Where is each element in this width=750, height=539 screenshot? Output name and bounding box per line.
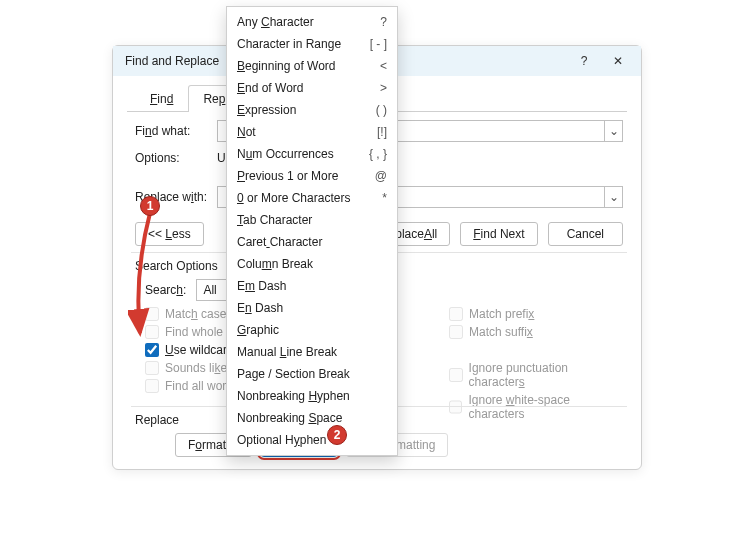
menu-item[interactable]: Em Dash	[227, 275, 397, 297]
options-label: Options:	[135, 151, 217, 165]
find-what-label: Find what:	[135, 124, 217, 138]
cancel-button[interactable]: Cancel	[548, 222, 623, 246]
menu-item-code: [ - ]	[370, 37, 387, 51]
find-next-button[interactable]: Find Next	[460, 222, 537, 246]
match-suffix-checkbox: Match suffix	[449, 325, 623, 339]
menu-item[interactable]: Character in Range[ - ]	[227, 33, 397, 55]
menu-item[interactable]: 0 or More Characters*	[227, 187, 397, 209]
menu-item-label: Nonbreaking Hyphen	[237, 389, 387, 403]
menu-item[interactable]: Previous 1 or More@	[227, 165, 397, 187]
menu-item-label: Character in Range	[237, 37, 370, 51]
menu-item-code: @	[375, 169, 387, 183]
menu-item-label: Graphic	[237, 323, 387, 337]
menu-item-label: Not	[237, 125, 377, 139]
menu-item[interactable]: Num Occurrences{ , }	[227, 143, 397, 165]
menu-item[interactable]: Expression( )	[227, 99, 397, 121]
menu-item-label: En Dash	[237, 301, 387, 315]
chevron-down-icon[interactable]: ⌄	[604, 121, 622, 141]
help-button[interactable]: ?	[567, 49, 601, 73]
menu-item[interactable]: Graphic	[227, 319, 397, 341]
menu-item-label: End of Word	[237, 81, 380, 95]
annotation-callout-1: 1	[140, 196, 160, 216]
menu-item-label: Previous 1 or More	[237, 169, 375, 183]
annotation-arrow-1	[128, 205, 168, 345]
menu-item[interactable]: Page / Section Break	[227, 363, 397, 385]
menu-item-code: { , }	[369, 147, 387, 161]
menu-item-label: Em Dash	[237, 279, 387, 293]
menu-item-code: >	[380, 81, 387, 95]
menu-item-label: Caret Character	[237, 235, 387, 249]
tab-find[interactable]: Find	[135, 85, 188, 112]
annotation-callout-2: 2	[327, 425, 347, 445]
menu-item-label: Optional Hyphen	[237, 433, 387, 447]
chevron-down-icon[interactable]: ⌄	[604, 187, 622, 207]
menu-item-label: Beginning of Word	[237, 59, 380, 73]
menu-item[interactable]: Nonbreaking Hyphen	[227, 385, 397, 407]
menu-item-code: [!]	[377, 125, 387, 139]
menu-item[interactable]: Manual Line Break	[227, 341, 397, 363]
menu-item-label: 0 or More Characters	[237, 191, 382, 205]
menu-item-label: Manual Line Break	[237, 345, 387, 359]
menu-item[interactable]: Beginning of Word<	[227, 55, 397, 77]
menu-item-label: Page / Section Break	[237, 367, 387, 381]
menu-item-label: Any Character	[237, 15, 380, 29]
menu-item[interactable]: Column Break	[227, 253, 397, 275]
menu-item-label: Num Occurrences	[237, 147, 369, 161]
menu-item-code: ( )	[376, 103, 387, 117]
ignore-punct-checkbox: Ignore punctuation characters	[449, 361, 623, 389]
menu-item-code: <	[380, 59, 387, 73]
menu-item[interactable]: End of Word>	[227, 77, 397, 99]
menu-item[interactable]: Caret Character	[227, 231, 397, 253]
menu-item[interactable]: Tab Character	[227, 209, 397, 231]
menu-item-code: *	[382, 191, 387, 205]
menu-item-code: ?	[380, 15, 387, 29]
menu-item[interactable]: Any Character?	[227, 11, 397, 33]
menu-item-label: Nonbreaking Space	[237, 411, 387, 425]
menu-item-label: Expression	[237, 103, 376, 117]
menu-item[interactable]: Not[!]	[227, 121, 397, 143]
menu-item[interactable]: Nonbreaking Space	[227, 407, 397, 429]
close-button[interactable]: ✕	[601, 49, 635, 73]
match-prefix-checkbox: Match prefix	[449, 307, 623, 321]
menu-item[interactable]: Optional Hyphen	[227, 429, 397, 451]
menu-item[interactable]: En Dash	[227, 297, 397, 319]
search-direction-value: All	[203, 283, 216, 297]
special-characters-menu: Any Character?Character in Range[ - ]Beg…	[226, 6, 398, 456]
menu-item-label: Tab Character	[237, 213, 387, 227]
menu-item-label: Column Break	[237, 257, 387, 271]
